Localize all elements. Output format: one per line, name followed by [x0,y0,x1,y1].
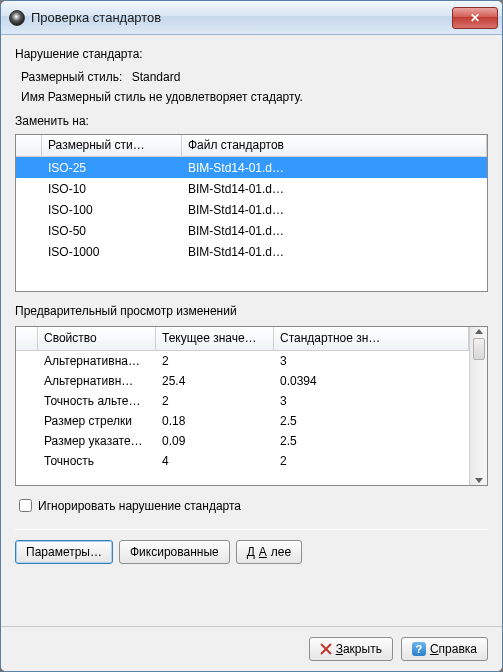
prow-property: Альтернативн… [38,372,156,390]
prow-standard: 3 [274,392,469,410]
fixed-label: Фиксированные [130,545,219,559]
prow-current: 2 [156,392,274,410]
app-icon [9,10,25,26]
preview-row[interactable]: Альтернативн…25.40.0394 [16,371,469,391]
window-close-button[interactable]: ✕ [452,7,498,29]
prow-current: 4 [156,452,274,470]
violation-header: Нарушение стандарта: [15,45,488,65]
preview-header[interactable]: Свойство Текущее значе… Стандартное зн… [16,327,469,351]
help-label-suffix: правка [439,642,477,656]
window-title: Проверка стандартов [31,10,452,25]
row-style-cell: ISO-25 [42,159,182,177]
row-style-cell: ISO-50 [42,222,182,240]
params-button[interactable]: Параметры… [15,540,113,564]
separator [15,529,488,530]
replace-col-file[interactable]: Файл стандартов [182,135,487,156]
prow-property: Размер указате… [38,432,156,450]
prow-property: Размер стрелки [38,412,156,430]
next-button[interactable]: ДАлее [236,540,303,564]
prow-icon-cell [16,439,38,443]
row-file-cell: BIM-Std14-01.d… [182,159,487,177]
replace-col-icon[interactable] [16,135,42,156]
preview-col-current[interactable]: Текущее значе… [156,327,274,350]
violation-info: Размерный стиль: Standard Имя Размерный … [15,65,488,112]
ignore-violation-checkbox[interactable]: Игнорировать нарушение стандарта [15,496,488,515]
preview-scrollbar[interactable] [469,327,487,485]
prow-property: Точность альте… [38,392,156,410]
replace-row[interactable]: ISO-25BIM-Std14-01.d… [16,157,487,178]
row-icon-cell [16,208,42,212]
dialog-body: Нарушение стандарта: Размерный стиль: St… [1,35,502,626]
prow-current: 0.09 [156,432,274,450]
prow-standard: 3 [274,352,469,370]
prow-standard: 2.5 [274,412,469,430]
row-style-cell: ISO-100 [42,201,182,219]
help-label-hotkey: С [430,642,439,656]
row-style-cell: ISO-10 [42,180,182,198]
scroll-thumb[interactable] [473,338,485,360]
close-icon: ✕ [470,11,480,25]
row-icon-cell [16,250,42,254]
prow-current: 25.4 [156,372,274,390]
prow-property: Альтернативна… [38,352,156,370]
prow-icon-cell [16,399,38,403]
preview-row[interactable]: Размер указате…0.092.5 [16,431,469,451]
preview-row[interactable]: Размер стрелки0.182.5 [16,411,469,431]
row-file-cell: BIM-Std14-01.d… [182,243,487,261]
params-label: Параметры… [26,545,102,559]
ignore-checkbox-input[interactable] [19,499,32,512]
preview-row[interactable]: Альтернативна…23 [16,351,469,371]
preview-row[interactable]: Точность42 [16,451,469,471]
replace-row[interactable]: ISO-100BIM-Std14-01.d… [16,199,487,220]
prow-icon-cell [16,379,38,383]
violation-message: Имя Размерный стиль не удовлетворяет ста… [21,90,482,104]
next-label-hotkey: А [259,545,267,559]
prow-current: 2 [156,352,274,370]
help-icon: ? [412,642,426,656]
prow-current: 0.18 [156,412,274,430]
ignore-checkbox-label: Игнорировать нарушение стандарта [38,499,241,513]
row-icon-cell [16,166,42,170]
close-label-hotkey: З [336,642,343,656]
fixed-button[interactable]: Фиксированные [119,540,230,564]
row-file-cell: BIM-Std14-01.d… [182,222,487,240]
replace-label: Заменить на: [15,112,488,132]
preview-col-standard[interactable]: Стандартное зн… [274,327,469,350]
row-file-cell: BIM-Std14-01.d… [182,201,487,219]
style-value: Standard [132,70,181,84]
style-label: Размерный стиль: [21,70,122,84]
prow-icon-cell [16,459,38,463]
prow-standard: 0.0394 [274,372,469,390]
row-icon-cell [16,229,42,233]
close-label-suffix: акрыть [343,642,382,656]
replace-row[interactable]: ISO-10BIM-Std14-01.d… [16,178,487,199]
titlebar[interactable]: Проверка стандартов ✕ [1,1,502,35]
action-buttons: Параметры… Фиксированные ДАлее [15,540,488,564]
preview-listview[interactable]: Свойство Текущее значе… Стандартное зн… … [15,326,488,486]
prow-standard: 2 [274,452,469,470]
row-file-cell: BIM-Std14-01.d… [182,180,487,198]
scroll-down-icon[interactable] [475,478,483,483]
standards-check-dialog: Проверка стандартов ✕ Нарушение стандарт… [0,0,503,672]
replace-row[interactable]: ISO-1000BIM-Std14-01.d… [16,241,487,262]
preview-col-icon[interactable] [16,327,38,350]
close-button[interactable]: Закрыть [309,637,393,661]
replace-header[interactable]: Размерный сти… Файл стандартов [16,135,487,157]
prow-standard: 2.5 [274,432,469,450]
row-icon-cell [16,187,42,191]
replace-col-style[interactable]: Размерный сти… [42,135,182,156]
prow-icon-cell [16,419,38,423]
replace-listview[interactable]: Размерный сти… Файл стандартов ISO-25BIM… [15,134,488,292]
help-button[interactable]: ? Справка [401,637,488,661]
replace-row[interactable]: ISO-50BIM-Std14-01.d… [16,220,487,241]
preview-label: Предварительный просмотр изменений [15,302,488,322]
next-label-prefix: Д [247,545,255,559]
prow-icon-cell [16,359,38,363]
x-icon [320,643,332,655]
next-label-suffix: лее [271,545,291,559]
dialog-footer: Закрыть ? Справка [1,626,502,671]
prow-property: Точность [38,452,156,470]
preview-col-property[interactable]: Свойство [38,327,156,350]
preview-row[interactable]: Точность альте…23 [16,391,469,411]
row-style-cell: ISO-1000 [42,243,182,261]
